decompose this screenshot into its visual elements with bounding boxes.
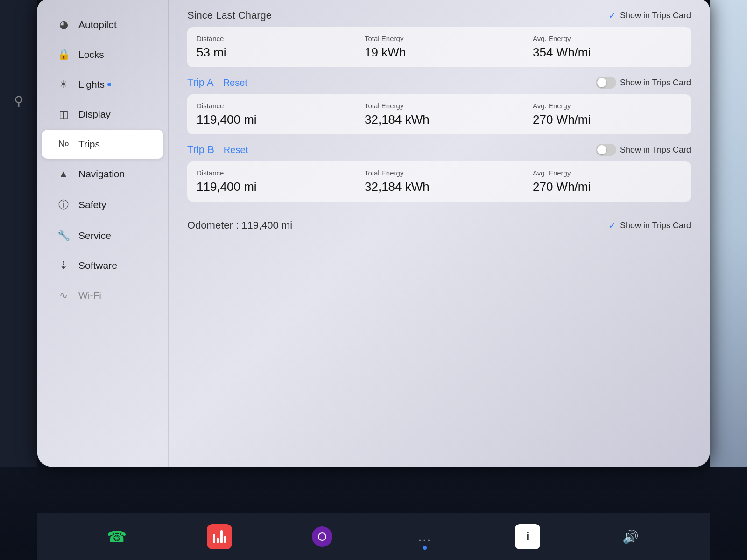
main-layout: ◕ Autopilot 🔒 Locks ☀ Lights ◫ Display: [37, 0, 710, 467]
sidebar-item-trips[interactable]: № Trips: [42, 130, 163, 159]
trip-b-reset-button[interactable]: Reset: [224, 145, 248, 155]
trip-a-energy-value: 32,184 kWh: [365, 112, 514, 127]
trip-b-toggle[interactable]: [596, 144, 616, 156]
sidebar: ◕ Autopilot 🔒 Locks ☀ Lights ◫ Display: [37, 0, 168, 467]
safety-icon: ⓘ: [56, 198, 71, 212]
sidebar-item-lights[interactable]: ☀ Lights: [42, 70, 163, 99]
trip-b-avg-label: Avg. Energy: [533, 169, 682, 177]
trip-a-show-toggle[interactable]: Show in Trips Card: [596, 77, 691, 89]
sidebar-label-display: Display: [78, 109, 111, 120]
steering-icon: ◕: [56, 19, 71, 31]
trip-a-energy-label: Total Energy: [365, 102, 514, 110]
odometer-show-toggle[interactable]: ✓ Show in Trips Card: [608, 220, 691, 231]
info-icon: i: [515, 524, 540, 549]
trip-b-title-group: Trip B Reset: [187, 144, 248, 156]
screen-content: ◕ Autopilot 🔒 Locks ☀ Lights ◫ Display: [37, 0, 710, 467]
sidebar-label-software: Software: [78, 260, 117, 271]
right-environment: [710, 0, 747, 467]
wrench-icon: 🔧: [56, 230, 71, 242]
sidebar-item-wifi[interactable]: ∿ Wi-Fi: [42, 281, 163, 310]
sidebar-item-locks[interactable]: 🔒 Locks: [42, 40, 163, 69]
camera-button[interactable]: [309, 524, 335, 550]
since-last-charge-energy-label: Total Energy: [365, 35, 514, 42]
since-last-charge-show-label: Show in Trips Card: [620, 11, 691, 21]
trip-b-header: Trip B Reset Show in Trips Card: [187, 144, 691, 156]
sidebar-label-autopilot: Autopilot: [78, 19, 117, 30]
checkmark-icon: ✓: [608, 10, 616, 21]
trip-b-title: Trip B: [187, 144, 214, 156]
volume-button[interactable]: 🔊: [617, 524, 643, 550]
trip-a-card: Distance 119,400 mi Total Energy 32,184 …: [187, 94, 691, 134]
trip-a-reset-button[interactable]: Reset: [223, 77, 247, 88]
trip-a-toggle[interactable]: [596, 77, 616, 89]
notification-dot: [423, 546, 427, 550]
sidebar-label-safety: Safety: [78, 199, 106, 210]
display-icon: ◫: [56, 108, 71, 120]
sidebar-label-trips: Trips: [78, 139, 100, 150]
lights-dot-indicator: [107, 83, 111, 86]
sidebar-item-service[interactable]: 🔧 Service: [42, 221, 163, 250]
trip-a-title: Trip A: [187, 77, 214, 89]
phone-icon: ☎: [107, 527, 127, 546]
sidebar-label-lights: Lights: [78, 79, 105, 90]
trip-b-avg-value: 270 Wh/mi: [533, 180, 682, 194]
sidebar-item-display[interactable]: ◫ Display: [42, 100, 163, 129]
trips-icon: №: [56, 138, 71, 150]
odometer-value: 119,400 mi: [241, 219, 292, 231]
info-button[interactable]: i: [514, 524, 541, 550]
since-last-charge-avg-label: Avg. Energy: [533, 35, 682, 42]
since-last-charge-distance-cell: Distance 53 mi: [187, 27, 355, 67]
music-bars: [213, 530, 226, 543]
music-bar-2: [217, 538, 219, 543]
trip-a-distance-label: Distance: [197, 102, 345, 110]
odometer-label: Odometer :: [187, 219, 239, 231]
download-icon: ⇣: [56, 259, 71, 272]
music-icon: [207, 524, 232, 549]
trip-a-show-label: Show in Trips Card: [620, 78, 691, 88]
sidebar-item-safety[interactable]: ⓘ Safety: [42, 189, 163, 220]
left-edge-panel: ⚲: [0, 0, 37, 467]
lock-icon: 🔒: [56, 49, 71, 61]
since-last-charge-distance-value: 53 mi: [197, 45, 345, 60]
phone-button[interactable]: ☎: [104, 524, 130, 550]
trip-a-distance-cell: Distance 119,400 mi: [187, 94, 355, 134]
trip-b-show-label: Show in Trips Card: [620, 145, 691, 155]
sidebar-item-software[interactable]: ⇣ Software: [42, 251, 163, 280]
volume-icon: 🔊: [622, 529, 639, 545]
odometer-checkmark-icon: ✓: [608, 220, 616, 231]
camera-icon: [312, 526, 332, 547]
content-panel: Since Last Charge ✓ Show in Trips Card D…: [169, 0, 710, 467]
trip-a-avg-cell: Avg. Energy 270 Wh/mi: [523, 94, 691, 134]
sun-icon: ☀: [56, 78, 71, 91]
trip-b-card: Distance 119,400 mi Total Energy 32,184 …: [187, 161, 691, 202]
since-last-charge-energy-value: 19 kWh: [365, 45, 514, 60]
sidebar-item-navigation[interactable]: ▲ Navigation: [42, 160, 163, 189]
more-button[interactable]: …: [412, 524, 438, 550]
trip-a-avg-label: Avg. Energy: [533, 102, 682, 110]
since-last-charge-distance-label: Distance: [197, 35, 345, 42]
sidebar-item-autopilot[interactable]: ◕ Autopilot: [42, 10, 163, 39]
camera-lens: [318, 532, 326, 541]
search-icon[interactable]: ⚲: [14, 93, 24, 109]
since-last-charge-header: Since Last Charge ✓ Show in Trips Card: [187, 9, 691, 21]
since-last-charge-card: Distance 53 mi Total Energy 19 kWh Avg. …: [187, 27, 691, 67]
taskbar: ☎ … i 🔊: [37, 513, 710, 560]
trip-b-energy-label: Total Energy: [365, 169, 514, 177]
trip-b-show-toggle[interactable]: Show in Trips Card: [596, 144, 691, 156]
sidebar-label-navigation: Navigation: [78, 168, 125, 180]
trip-b-distance-label: Distance: [197, 169, 345, 177]
since-last-charge-title: Since Last Charge: [187, 9, 272, 21]
trip-b-distance-cell: Distance 119,400 mi: [187, 161, 355, 202]
trip-b-energy-value: 32,184 kWh: [365, 180, 514, 194]
trip-a-energy-cell: Total Energy 32,184 kWh: [355, 94, 523, 134]
since-last-charge-avg-cell: Avg. Energy 354 Wh/mi: [523, 27, 691, 67]
since-last-charge-show-toggle[interactable]: ✓ Show in Trips Card: [608, 10, 691, 21]
navigation-icon: ▲: [56, 168, 71, 180]
dots-icon: …: [417, 529, 432, 545]
sidebar-label-wifi: Wi-Fi: [78, 290, 101, 301]
trip-b-energy-cell: Total Energy 32,184 kWh: [355, 161, 523, 202]
music-button[interactable]: [206, 524, 233, 550]
trip-a-avg-value: 270 Wh/mi: [533, 112, 682, 127]
trip-a-distance-value: 119,400 mi: [197, 112, 345, 127]
odometer-show-label: Show in Trips Card: [620, 221, 691, 231]
